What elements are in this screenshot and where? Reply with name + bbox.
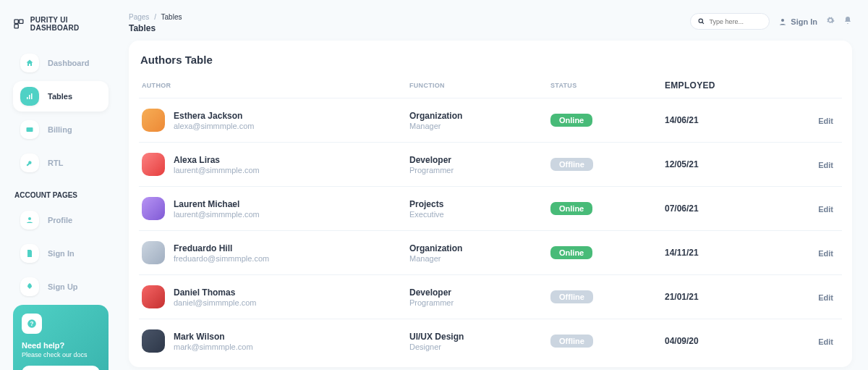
sidebar-item-label: Profile bbox=[48, 216, 72, 224]
function-subtitle: Manager bbox=[409, 122, 550, 130]
author-email: laurent@simmmple.com bbox=[174, 166, 260, 175]
author-name: Freduardo Hill bbox=[174, 243, 269, 253]
edit-button[interactable]: Edit bbox=[818, 117, 833, 125]
author-name: Laurent Michael bbox=[174, 199, 260, 209]
gear-icon bbox=[826, 16, 835, 25]
function-subtitle: Programmer bbox=[409, 298, 550, 307]
svg-point-9 bbox=[781, 19, 784, 22]
status-badge: Offline bbox=[550, 158, 593, 171]
function-title: Developer bbox=[409, 287, 550, 298]
bell-icon bbox=[843, 16, 852, 25]
employed-date: 07/06/21 bbox=[665, 203, 780, 214]
help-card: ? Need help? Please check our docs DOCUM… bbox=[13, 305, 109, 370]
employed-date: 14/06/21 bbox=[665, 115, 780, 125]
edit-button[interactable]: Edit bbox=[818, 293, 833, 302]
status-badge: Offline bbox=[550, 335, 593, 348]
table-header: AUTHOR FUNCTION STATUS EMPLOYED bbox=[139, 76, 842, 98]
table-row: Alexa Liraslaurent@simmmple.comDeveloper… bbox=[139, 143, 842, 187]
svg-text:?: ? bbox=[30, 321, 34, 327]
help-subtitle: Please check our docs bbox=[22, 351, 100, 358]
document-icon bbox=[20, 244, 39, 263]
author-name: Alexa Liras bbox=[174, 155, 260, 165]
sidebar-item-label: Dashboard bbox=[48, 59, 89, 67]
card-icon bbox=[20, 120, 39, 139]
edit-button[interactable]: Edit bbox=[818, 249, 833, 258]
search-box[interactable] bbox=[690, 13, 770, 30]
search-input[interactable] bbox=[709, 18, 762, 25]
page-title: Tables bbox=[129, 23, 182, 33]
edit-button[interactable]: Edit bbox=[818, 337, 833, 346]
function-subtitle: Designer bbox=[409, 342, 550, 351]
function-title: Organization bbox=[409, 243, 550, 253]
employed-date: 12/05/21 bbox=[665, 159, 780, 169]
function-title: Projects bbox=[409, 199, 550, 209]
table-title: Authors Table bbox=[140, 54, 842, 66]
table-row: Laurent Michaellaurent@simmmple.comProje… bbox=[139, 187, 842, 231]
notifications-button[interactable] bbox=[843, 16, 852, 27]
svg-rect-3 bbox=[27, 127, 33, 132]
status-badge: Online bbox=[550, 202, 592, 215]
sidebar-item-billing[interactable]: Billing bbox=[13, 114, 109, 145]
function-subtitle: Manager bbox=[409, 254, 550, 263]
sidebar-item-profile[interactable]: Profile bbox=[13, 205, 109, 235]
avatar bbox=[142, 285, 165, 308]
settings-button[interactable] bbox=[826, 16, 835, 27]
avatar bbox=[142, 197, 165, 220]
th-function: FUNCTION bbox=[409, 82, 550, 89]
employed-date: 21/01/21 bbox=[665, 292, 780, 302]
main-content: Pages / Tables Tables Sign In bbox=[116, 0, 868, 370]
authors-table-card: Authors Table AUTHOR FUNCTION STATUS EMP… bbox=[129, 41, 852, 367]
svg-rect-1 bbox=[20, 20, 23, 23]
author-email: mark@simmmple.com bbox=[174, 342, 253, 351]
sidebar-item-signin[interactable]: Sign In bbox=[13, 238, 109, 269]
search-icon bbox=[698, 17, 705, 25]
breadcrumb-sep: / bbox=[154, 13, 156, 21]
svg-point-7 bbox=[699, 19, 702, 22]
signin-label: Sign In bbox=[791, 17, 817, 26]
help-title: Need help? bbox=[22, 341, 100, 350]
breadcrumb-root[interactable]: Pages bbox=[129, 13, 149, 21]
table-row: Mark Wilsonmark@simmmple.comUI/UX Design… bbox=[139, 319, 842, 363]
sidebar-item-signup[interactable]: Sign Up bbox=[13, 272, 109, 302]
author-name: Esthera Jackson bbox=[174, 111, 254, 121]
breadcrumb: Pages / Tables bbox=[129, 13, 182, 21]
documentation-button[interactable]: DOCUMENTATION bbox=[22, 366, 100, 370]
th-status: STATUS bbox=[550, 82, 665, 89]
employed-date: 14/11/21 bbox=[665, 248, 780, 258]
status-badge: Offline bbox=[550, 290, 593, 303]
avatar bbox=[142, 241, 165, 264]
svg-line-8 bbox=[702, 22, 704, 24]
person-icon bbox=[778, 17, 787, 26]
sidebar-item-label: RTL bbox=[48, 159, 63, 167]
sidebar-item-tables[interactable]: Tables bbox=[13, 81, 109, 112]
topbar: Pages / Tables Tables Sign In bbox=[129, 13, 852, 33]
brand[interactable]: PURITY UI DASHBOARD bbox=[13, 16, 109, 32]
function-title: UI/UX Design bbox=[409, 332, 550, 342]
svg-rect-2 bbox=[14, 25, 18, 28]
avatar bbox=[142, 109, 165, 132]
function-subtitle: Executive bbox=[409, 210, 550, 219]
table-row: Freduardo Hillfreduardo@simmmple.comOrga… bbox=[139, 231, 842, 275]
author-name: Mark Wilson bbox=[174, 332, 253, 342]
function-title: Developer bbox=[409, 155, 550, 165]
breadcrumb-current: Tables bbox=[161, 13, 182, 21]
table-row: Daniel Thomasdaniel@simmmple.comDevelope… bbox=[139, 275, 842, 319]
sidebar-item-label: Sign In bbox=[48, 249, 75, 258]
edit-button[interactable]: Edit bbox=[818, 161, 833, 169]
sidebar-item-label: Sign Up bbox=[48, 282, 78, 291]
help-icon: ? bbox=[22, 314, 42, 334]
home-icon bbox=[20, 54, 39, 72]
stats-icon bbox=[20, 87, 39, 106]
author-name: Daniel Thomas bbox=[174, 287, 256, 298]
th-author: AUTHOR bbox=[142, 82, 409, 89]
sidebar-item-label: Tables bbox=[48, 92, 72, 101]
sidebar-item-dashboard[interactable]: Dashboard bbox=[13, 48, 109, 78]
person-icon bbox=[20, 211, 39, 230]
sidebar: PURITY UI DASHBOARD Dashboard Tables Bil… bbox=[0, 0, 116, 370]
sidebar-item-rtl[interactable]: RTL bbox=[13, 148, 109, 178]
avatar bbox=[142, 329, 165, 353]
author-email: alexa@simmmple.com bbox=[174, 122, 254, 130]
signin-button[interactable]: Sign In bbox=[778, 17, 817, 26]
sidebar-section-label: ACCOUNT PAGES bbox=[14, 191, 109, 199]
edit-button[interactable]: Edit bbox=[818, 205, 833, 214]
